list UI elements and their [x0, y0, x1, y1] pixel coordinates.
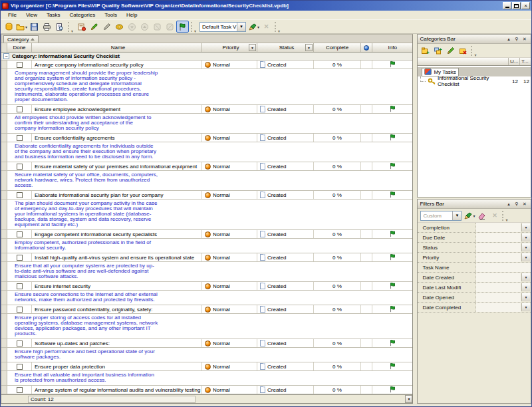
- task-checkbox[interactable]: [17, 192, 23, 198]
- task-row[interactable]: Arrange company informational security p…: [1, 61, 412, 69]
- task-row[interactable]: Ensure confidentiality agreementsNormalC…: [1, 134, 412, 142]
- task-row[interactable]: Ensure password confidentiality, origina…: [1, 305, 412, 314]
- filter-dropdown-button[interactable]: ▼: [521, 283, 530, 291]
- task-checkbox[interactable]: [17, 231, 23, 237]
- filter-dropdown-button[interactable]: ▼: [521, 273, 530, 281]
- filter-dropdown-button[interactable]: ▼: [521, 243, 530, 251]
- collapse-pane-icon[interactable]: ▴: [505, 35, 513, 43]
- filter-value-field[interactable]: [476, 283, 521, 292]
- column-header-done[interactable]: Done: [7, 43, 32, 52]
- clear-filter-button[interactable]: [475, 209, 488, 221]
- show-notes-toggle[interactable]: [176, 21, 189, 33]
- task-row[interactable]: Ensure internet securityNormalCreated0 %: [1, 282, 412, 291]
- tree-item-checklist[interactable]: Informational Security Checklist 12 12: [418, 76, 531, 86]
- chevron-down-icon[interactable]: ▾: [473, 213, 475, 218]
- column-header-complete[interactable]: Complete: [314, 43, 361, 52]
- group-by-category-tab[interactable]: Category: [3, 35, 39, 43]
- pin-icon[interactable]: ⚲: [513, 35, 521, 43]
- column-header-status[interactable]: Status ▼: [257, 43, 314, 52]
- move-up-button[interactable]: [138, 21, 151, 33]
- task-checkbox[interactable]: [17, 307, 23, 313]
- task-checkbox[interactable]: [17, 340, 23, 346]
- minimize-button[interactable]: [503, 2, 511, 9]
- edit-task-button[interactable]: [88, 21, 100, 33]
- filter-value-field[interactable]: [476, 233, 521, 242]
- task-row[interactable]: Install high-quality anti-virus system a…: [1, 253, 412, 262]
- task-checkbox[interactable]: [17, 62, 23, 68]
- filter-value-field[interactable]: [476, 263, 531, 272]
- complete-task-button[interactable]: [113, 21, 126, 33]
- task-view-combobox[interactable]: Default Task V ▼: [200, 22, 246, 32]
- menu-help[interactable]: Help: [122, 11, 142, 19]
- column-header-name[interactable]: Name: [32, 43, 202, 52]
- task-row[interactable]: Arrange system of regular informational …: [1, 386, 412, 394]
- filter-dropdown-button[interactable]: ▼: [521, 253, 530, 261]
- chevron-down-icon[interactable]: ▼: [452, 211, 461, 220]
- toolbar-grip[interactable]: [502, 211, 507, 221]
- close-button[interactable]: ×: [521, 2, 530, 9]
- column-header-attachments[interactable]: [361, 43, 372, 52]
- new-category-button[interactable]: +: [419, 45, 432, 57]
- pin-icon[interactable]: ⚲: [513, 200, 521, 207]
- menu-categories[interactable]: Categories: [65, 11, 100, 19]
- menu-tasks[interactable]: Tasks: [42, 11, 65, 19]
- category-group-row[interactable]: − Category: Informational Security Check…: [1, 53, 412, 61]
- redo-button[interactable]: [164, 21, 176, 33]
- status-filter-dropdown[interactable]: ▼: [305, 44, 313, 51]
- print-button[interactable]: [41, 21, 53, 33]
- apply-view-button[interactable]: ▾: [247, 21, 260, 33]
- filter-value-field[interactable]: [476, 243, 521, 252]
- task-checkbox[interactable]: [17, 164, 23, 170]
- task-checkbox[interactable]: [17, 364, 23, 370]
- filter-value-field[interactable]: [476, 273, 521, 282]
- filter-dropdown-button[interactable]: ▼: [521, 293, 530, 301]
- delete-task-button[interactable]: [100, 21, 113, 33]
- filter-value-field[interactable]: [476, 303, 521, 312]
- task-row[interactable]: Elaborate informational security plan fo…: [1, 191, 412, 200]
- close-pane-icon[interactable]: ✕: [521, 200, 529, 207]
- toolbar-grip[interactable]: [471, 46, 476, 56]
- column-total[interactable]: T...: [519, 58, 531, 65]
- filter-dropdown-button[interactable]: ▼: [521, 233, 530, 241]
- collapse-group-icon[interactable]: −: [3, 53, 9, 59]
- task-row[interactable]: Engage competent informational security …: [1, 230, 412, 239]
- print-preview-button[interactable]: [53, 21, 66, 33]
- task-row[interactable]: Ensure employee acknowledgementNormalCre…: [1, 105, 412, 114]
- column-header-info[interactable]: Info: [372, 43, 412, 52]
- task-row[interactable]: Software up-dates and patches:NormalCrea…: [1, 339, 412, 348]
- task-checkbox[interactable]: [17, 106, 23, 112]
- close-pane-icon[interactable]: ✕: [521, 35, 529, 43]
- new-subcategory-button[interactable]: +: [432, 45, 444, 57]
- chevron-down-icon[interactable]: ▾: [25, 25, 27, 29]
- task-row[interactable]: Ensure material safety of your premises …: [1, 162, 412, 171]
- menu-tools[interactable]: Tools: [100, 11, 122, 19]
- priority-filter-dropdown[interactable]: ▼: [249, 44, 256, 51]
- toolbar-grip-2[interactable]: [191, 22, 196, 32]
- save-button[interactable]: [28, 21, 41, 33]
- filter-dropdown-button[interactable]: ▼: [521, 303, 530, 311]
- new-database-button[interactable]: [3, 21, 15, 33]
- menu-view[interactable]: View: [21, 11, 42, 19]
- undo-button[interactable]: [151, 21, 164, 33]
- filter-dropdown-button[interactable]: ▼: [521, 223, 530, 231]
- filter-value-field[interactable]: [476, 223, 521, 232]
- move-down-button[interactable]: [126, 21, 138, 33]
- column-undone[interactable]: U...: [508, 58, 519, 65]
- task-checkbox[interactable]: [17, 255, 23, 261]
- clear-view-button[interactable]: ✕: [260, 21, 273, 33]
- chevron-down-icon[interactable]: ▾: [257, 25, 259, 29]
- task-checkbox[interactable]: [17, 387, 23, 393]
- edit-category-button[interactable]: [444, 45, 457, 57]
- new-task-button[interactable]: [75, 21, 88, 33]
- scroll-down-button[interactable]: ▼: [405, 395, 412, 403]
- remove-filter-button[interactable]: ✕: [488, 209, 501, 221]
- task-checkbox[interactable]: [17, 283, 23, 289]
- filter-preset-combobox[interactable]: Custom ▼: [420, 211, 462, 221]
- menu-file[interactable]: File: [3, 11, 21, 19]
- filter-value-field[interactable]: [476, 253, 521, 262]
- collapse-pane-icon[interactable]: ▴: [505, 200, 513, 207]
- column-header-priority[interactable]: Priority ▼: [202, 43, 257, 52]
- restore-button[interactable]: [512, 2, 521, 9]
- apply-filter-button[interactable]: ▾: [463, 209, 475, 221]
- task-row[interactable]: Ensure proper data protectionNormalCreat…: [1, 362, 412, 371]
